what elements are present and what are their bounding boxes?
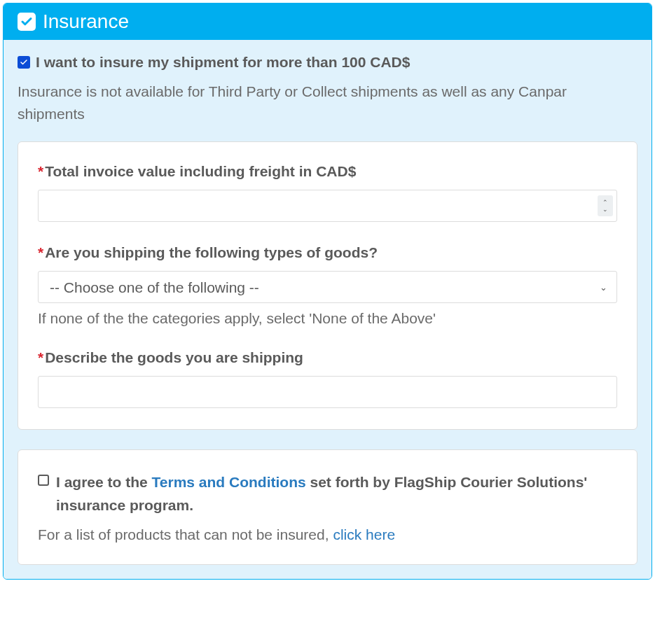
required-asterisk: * [38,349,43,365]
goods-type-select-wrap: -- Choose one of the following -- ⌄ [38,271,617,303]
invoice-value-label: *Total invoice value including freight i… [38,163,617,180]
panel-title: Insurance [43,10,129,33]
goods-type-label: *Are you shipping the following types of… [38,244,617,261]
invoice-value-input-wrap: ⌃ ⌄ [38,190,617,222]
agree-text: I agree to the Terms and Conditions set … [56,471,617,517]
describe-goods-group: *Describe the goods you are shipping [38,349,617,408]
insurance-panel: Insurance I want to insure my shipment f… [3,3,652,580]
goods-type-select[interactable]: -- Choose one of the following -- [38,271,617,303]
chevron-up-icon: ⌃ [602,200,608,206]
goods-type-group: *Are you shipping the following types of… [38,244,617,327]
invoice-value-group: *Total invoice value including freight i… [38,163,617,222]
number-stepper[interactable]: ⌃ ⌄ [598,195,613,216]
describe-goods-label: *Describe the goods you are shipping [38,349,617,366]
agree-checkbox[interactable] [38,475,49,486]
required-asterisk: * [38,244,43,260]
uninsurable-products-text: For a list of products that can not be i… [38,526,617,543]
insure-checkbox-row: I want to insure my shipment for more th… [18,54,637,71]
panel-body: I want to insure my shipment for more th… [4,40,651,579]
required-asterisk: * [38,163,43,179]
terms-link[interactable]: Terms and Conditions [152,474,306,490]
insurance-form-card: *Total invoice value including freight i… [18,141,637,430]
insure-checkbox-label: I want to insure my shipment for more th… [36,54,410,71]
uninsurable-products-link[interactable]: click here [333,526,395,542]
check-square-icon [18,13,36,31]
agree-row: I agree to the Terms and Conditions set … [38,471,617,517]
chevron-down-icon: ⌄ [602,206,608,213]
insure-checkbox[interactable] [18,56,30,69]
goods-type-helper: If none of the the categories apply, sel… [38,310,617,327]
invoice-value-input[interactable] [38,190,617,222]
describe-goods-input[interactable] [38,376,617,408]
insurance-disclaimer: Insurance is not available for Third Par… [18,80,637,125]
panel-header: Insurance [4,4,651,40]
agree-card: I agree to the Terms and Conditions set … [18,449,637,565]
